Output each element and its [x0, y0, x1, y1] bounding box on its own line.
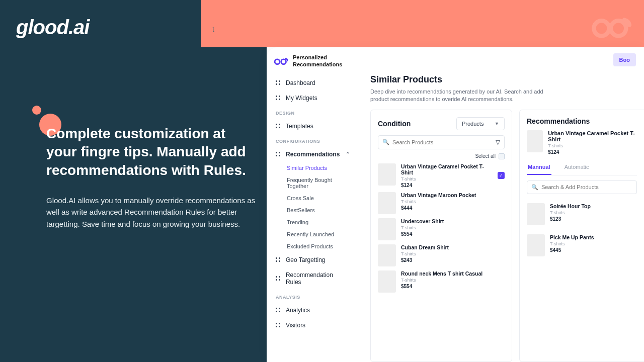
sub-item-recently-launched[interactable]: Recently Launched: [267, 228, 359, 240]
tab-manual[interactable]: Mannual: [527, 160, 551, 175]
product-category: T-shirts: [550, 210, 637, 215]
product-category: T-shirts: [401, 251, 505, 256]
sub-item-similar-products[interactable]: Similar Products: [267, 162, 359, 174]
svg-point-1: [611, 21, 626, 36]
product-row[interactable]: Urban Vintage Maroon PocketT-shirts$444: [378, 192, 505, 214]
product-category: T-shirts: [401, 176, 493, 182]
sidebar-item-recommendations[interactable]: Recommendations ⌃: [267, 147, 359, 162]
recs-search-input[interactable]: [541, 184, 632, 190]
stray-letter: t: [212, 25, 214, 33]
page-title: Similar Products: [370, 74, 633, 85]
product-category: T-shirts: [548, 143, 637, 148]
app-title: PersonalizedRecommendations: [293, 54, 342, 68]
sub-item-freq-bought[interactable]: Frequently Bought Together: [267, 174, 359, 192]
grip-icon: [276, 96, 281, 101]
grip-icon: [276, 276, 281, 281]
product-row[interactable]: Urban Vintage Caramel Pocket T-ShirtT-sh…: [378, 163, 505, 188]
book-button[interactable]: Boo: [613, 53, 636, 66]
product-category: T-shirts: [401, 199, 505, 204]
product-price: $243: [401, 257, 505, 263]
page-subtitle: Deep dive into recommendations generated…: [370, 88, 556, 104]
product-category: T-shirts: [401, 278, 505, 283]
select-all-row[interactable]: Select all: [378, 153, 505, 159]
grip-icon: [276, 308, 281, 313]
grip-icon: [276, 124, 281, 129]
sidebar-nav: Dashboard My Widgets DESIGN Templates CO…: [267, 75, 359, 333]
recs-product-list: Soirée Hour TopT-shirts$123Pick Me Up Pa…: [527, 203, 637, 256]
sidebar-item-visitors[interactable]: Visitors: [267, 318, 359, 333]
search-icon: 🔍: [531, 184, 538, 191]
product-price: $124: [548, 149, 637, 155]
recommendations-title: Recommendations: [527, 117, 590, 125]
svg-point-3: [281, 59, 286, 64]
topbar: Boo: [359, 47, 644, 72]
sub-item-cross-sale[interactable]: Cross Sale: [267, 192, 359, 204]
product-row[interactable]: Soirée Hour TopT-shirts$123: [527, 203, 637, 225]
product-price: $444: [401, 205, 505, 211]
grip-icon: [276, 80, 281, 85]
product-thumb: [378, 270, 396, 293]
app-panel: PersonalizedRecommendations Dashboard My…: [267, 47, 644, 362]
chevron-down-icon: ▼: [495, 121, 499, 126]
search-icon: 🔍: [382, 139, 389, 145]
grip-icon: [276, 323, 281, 328]
hero-copy: Complete customization at your fingre ti…: [46, 125, 258, 230]
product-thumb: [378, 192, 396, 214]
hero-title: Complete customization at your fingre ti…: [46, 125, 258, 179]
product-thumb: [527, 203, 545, 225]
product-category: T-shirts: [401, 225, 505, 230]
select-all-checkbox[interactable]: [499, 153, 505, 159]
sub-item-bestsellers[interactable]: BestSellers: [267, 204, 359, 216]
sidebar-section-analysis: ANALYSIS: [267, 290, 359, 303]
grip-icon: [276, 257, 281, 262]
product-price: $123: [550, 216, 637, 222]
svg-point-0: [594, 21, 609, 36]
hero-body: Glood.AI allows you to manually override…: [46, 195, 258, 230]
sub-item-trending[interactable]: Trending: [267, 216, 359, 228]
sidebar-section-design: DESIGN: [267, 106, 359, 119]
filter-icon[interactable]: ▽: [496, 139, 500, 146]
condition-search[interactable]: 🔍 ▽: [378, 135, 505, 149]
recs-tabs: Mannual Automatic: [527, 160, 637, 175]
sidebar-item-geo[interactable]: Geo Targetting: [267, 252, 359, 267]
product-name: Cuban Dream Shirt: [401, 244, 505, 250]
sidebar-item-rules[interactable]: Recommendation Rules: [267, 267, 359, 290]
product-row[interactable]: Pick Me Up PantsT-shirts$445: [527, 234, 637, 256]
app-brand: PersonalizedRecommendations: [267, 54, 359, 75]
product-row[interactable]: Cuban Dream ShirtT-shirts$243: [378, 244, 505, 266]
recs-search[interactable]: 🔍: [527, 180, 637, 194]
sidebar-section-config: CONFIGURATIONS: [267, 134, 359, 147]
watermark-logo-icon: [590, 13, 632, 42]
product-name: Soirée Hour Top: [550, 203, 637, 209]
product-name: Urban Vintage Maroon Pocket: [401, 192, 505, 198]
product-category: T-shirts: [550, 241, 637, 246]
sidebar-item-analytics[interactable]: Analytics: [267, 303, 359, 318]
checkbox-checked-icon[interactable]: ✓: [498, 172, 505, 179]
sidebar-item-templates[interactable]: Templates: [267, 119, 359, 134]
sidebar-item-my-widgets[interactable]: My Widgets: [267, 90, 359, 106]
product-name: Undercover Shirt: [401, 218, 505, 224]
product-price: $554: [401, 231, 505, 237]
sidebar-item-dashboard[interactable]: Dashboard: [267, 75, 359, 90]
main-area: Boo Similar Products Deep dive into reco…: [359, 47, 644, 362]
product-thumb: [378, 218, 396, 240]
panels-row: Condition Products ▼ 🔍 ▽ Select all Urba…: [359, 110, 644, 362]
app-logo-icon: [274, 57, 288, 66]
svg-point-2: [275, 59, 280, 64]
product-thumb: [527, 234, 545, 256]
product-name: Urban Vintage Caramel Pocket T-Shirt: [548, 130, 637, 142]
sub-item-excluded[interactable]: Excluded Products: [267, 240, 359, 252]
condition-search-input[interactable]: [392, 139, 493, 145]
condition-filter-select[interactable]: Products ▼: [456, 117, 505, 130]
condition-product-list: Urban Vintage Caramel Pocket T-ShirtT-sh…: [378, 163, 505, 293]
product-row[interactable]: Undercover ShirtT-shirts$554: [378, 218, 505, 240]
tab-automatic[interactable]: Automatic: [564, 160, 590, 175]
product-price: $554: [401, 284, 505, 289]
page-header: Similar Products Deep dive into recommen…: [359, 72, 644, 110]
product-price: $124: [401, 183, 493, 188]
bg-coral: [201, 0, 644, 47]
brand-logo: glood.ai: [16, 16, 89, 39]
rec-selected-product: Urban Vintage Caramel Pocket T-Shirt T-s…: [527, 130, 637, 160]
product-row[interactable]: Round neck Mens T shirt CasualT-shirts$5…: [378, 270, 505, 293]
product-name: Urban Vintage Caramel Pocket T-Shirt: [401, 163, 493, 175]
